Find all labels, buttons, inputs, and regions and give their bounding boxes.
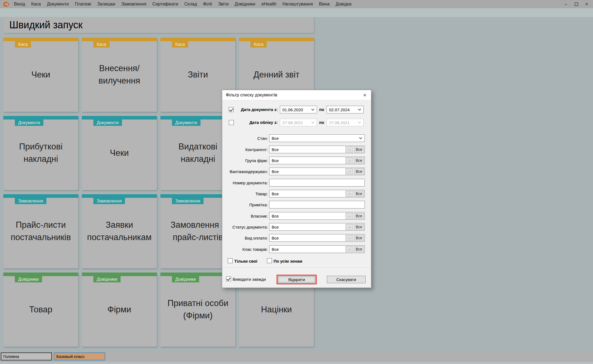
- field-grupa-firm-all-button[interactable]: Все: [354, 157, 364, 163]
- tile-label: Заявки постачальникам: [82, 194, 157, 268]
- always-show-checkbox[interactable]: [226, 276, 231, 281]
- field-prymitka: Примітка:: [222, 201, 371, 209]
- field-vyd-oplaty-input[interactable]: Все ··· Все: [269, 234, 365, 242]
- date-accounting-checkbox[interactable]: [229, 120, 234, 125]
- menu-item-nalashtuvannia[interactable]: Налаштування: [280, 2, 316, 7]
- field-tovar-all-button[interactable]: Все: [354, 191, 364, 197]
- field-vlasnyk-input[interactable]: Все ··· Все: [269, 212, 365, 220]
- field-tovar-browse-button[interactable]: ···: [346, 191, 353, 197]
- tile-label: Чеки: [82, 116, 157, 190]
- tile-zamovlennia-price-lysty-postachalnykiv[interactable]: Замовлення Прайс-листи постачальників: [3, 194, 78, 268]
- field-nomer-dokumenta-label: Номер документа:: [222, 180, 268, 185]
- tile-label: Товар: [3, 273, 78, 347]
- menu-item-platezhi[interactable]: Платежі: [72, 2, 94, 7]
- only-own-checkbox[interactable]: [228, 258, 233, 263]
- field-vyd-oplaty-browse-button[interactable]: ···: [346, 235, 353, 241]
- field-grupa-firm-input[interactable]: Все ··· Все: [269, 157, 365, 164]
- footer-separator: [222, 268, 371, 268]
- menu-item-filii[interactable]: Філії: [200, 2, 215, 7]
- tile-dovidnyky-firmy[interactable]: Довідники Фірми: [82, 273, 157, 347]
- field-kontragent-all-button[interactable]: Все: [354, 146, 364, 152]
- field-prymitka-input[interactable]: [269, 201, 365, 209]
- field-klas-tovariv-all-button[interactable]: Все: [354, 246, 364, 252]
- field-grupa-firm-browse-button[interactable]: ···: [346, 157, 353, 163]
- field-klas-tovariv-input[interactable]: Все ··· Все: [269, 245, 365, 253]
- tile-label: Прибуткові накладні: [3, 116, 78, 190]
- date-accounting-to[interactable]: 27.08.2021: [327, 119, 364, 126]
- restore-icon[interactable]: [572, 1, 581, 7]
- menu-item-dovidka[interactable]: Довідка: [333, 2, 355, 7]
- field-kontragent-input[interactable]: Все ··· Все: [269, 146, 365, 153]
- field-vantazhooderzhuvach-input[interactable]: Все ··· Все: [269, 168, 365, 175]
- menu-item-ehealth[interactable]: eHealth: [258, 2, 279, 7]
- field-nomer-dokumenta-input[interactable]: [269, 179, 365, 187]
- date-document-to[interactable]: 02.07.2024: [327, 106, 364, 113]
- chevron-down-icon: [359, 136, 362, 139]
- menu-item-vikna[interactable]: Вікна: [316, 2, 333, 7]
- chevron-down-icon: [358, 120, 361, 123]
- menu-item-dokumenty[interactable]: Документи: [44, 2, 72, 7]
- tile-label: Чеки: [3, 38, 78, 112]
- field-grupa-firm: Група фірм: Все ··· Все: [222, 157, 371, 164]
- field-vlasnyk-label: Власник:: [222, 214, 268, 218]
- options-row: Тільки свої По усім зонам: [222, 258, 371, 264]
- field-vlasnyk-all-button[interactable]: Все: [354, 213, 364, 219]
- menu-item-sklad[interactable]: Склад: [181, 2, 200, 7]
- date-accounting-to-label: по: [318, 120, 325, 125]
- menu-item-zvity[interactable]: Звіти: [215, 2, 232, 7]
- field-vlasnyk: Власник: Все ··· Все: [222, 212, 371, 220]
- tile-dokumenty-prybutkovi-nakladni[interactable]: Документи Прибуткові накладні: [3, 116, 78, 190]
- field-status-dokumenta: Статус документа: Все ··· Все: [222, 223, 371, 231]
- field-status-dokumenta-all-button[interactable]: Все: [354, 224, 364, 230]
- dialog-title: Фільтр списку документів: [226, 93, 277, 98]
- date-accounting-label: Дата обліку з:: [234, 120, 278, 125]
- minimize-icon[interactable]: –: [561, 1, 570, 7]
- field-klas-tovariv-browse-button[interactable]: ···: [346, 246, 353, 252]
- dialog-footer: Виводити завжди Відкрити Скасувати: [222, 274, 371, 285]
- cancel-button[interactable]: Скасувати: [327, 276, 366, 283]
- field-vyd-oplaty: Вид оплати: Все ··· Все: [222, 234, 371, 242]
- menu-item-zamovlennia[interactable]: Замовлення: [118, 2, 149, 7]
- tile-dovidnyky-tovar[interactable]: Довідники Товар: [3, 273, 78, 347]
- menu-item-dovidnyky[interactable]: Довідники: [232, 2, 258, 7]
- quick-launch-header: Швидкий запуск: [3, 17, 314, 33]
- toolbar-band: [0, 8, 593, 17]
- date-accounting-from[interactable]: 27.08.2021: [280, 119, 317, 126]
- field-status-dokumenta-browse-button[interactable]: ···: [346, 224, 353, 230]
- date-document-from[interactable]: 01.06.2020: [280, 106, 317, 113]
- close-icon[interactable]: ×: [582, 1, 591, 7]
- field-status-dokumenta-input[interactable]: Все ··· Все: [269, 223, 365, 231]
- tile-dokumenty-cheky[interactable]: Документи Чеки: [82, 116, 157, 190]
- field-vlasnyk-browse-button[interactable]: ···: [346, 213, 353, 219]
- date-document-row: Дата документа з: 01.06.2020 по 02.07.20…: [222, 106, 371, 113]
- field-vantazhooderzhuvach-browse-button[interactable]: ···: [346, 168, 353, 174]
- dialog-close-icon[interactable]: ×: [362, 92, 368, 98]
- field-vantazhooderzhuvach-all-button[interactable]: Все: [354, 168, 364, 174]
- field-tovar-input[interactable]: Все ··· Все: [269, 190, 365, 198]
- field-nomer-dokumenta: Номер документа:: [222, 179, 371, 187]
- tile-zamovlennia-zaiavky-postachalnykam[interactable]: Замовлення Заявки постачальникам: [82, 194, 157, 268]
- date-accounting-row: Дата обліку з: 27.08.2021 по 27.08.2021: [222, 119, 371, 126]
- date-document-to-label: по: [318, 107, 325, 112]
- tile-kasa-cheky[interactable]: Каса Чеки: [3, 38, 78, 112]
- tile-label: Внесення/вилучення: [82, 38, 157, 112]
- tab-holovna[interactable]: Головна: [1, 352, 52, 360]
- field-vyd-oplaty-label: Вид оплати:: [222, 236, 268, 240]
- open-button[interactable]: Відкрити: [278, 276, 316, 283]
- menu-item-zalyshky[interactable]: Залишки: [94, 2, 118, 7]
- field-stan-select[interactable]: Все: [269, 134, 365, 142]
- tab-bazovyi-klass[interactable]: Базовый класс: [54, 352, 105, 360]
- field-kontragent-browse-button[interactable]: ···: [346, 146, 353, 152]
- menu-item-sertyfikaty[interactable]: Сертифікати: [149, 2, 181, 7]
- only-own-label: Тільки свої: [234, 259, 257, 263]
- date-document-checkbox[interactable]: [229, 107, 234, 112]
- menu-item-kasa[interactable]: Каса: [28, 2, 44, 7]
- menu-item-vykhid[interactable]: Вихід: [11, 2, 28, 7]
- status-bar: Головна Базовый класс: [0, 351, 593, 362]
- tile-kasa-vnesennia-vyluchennia[interactable]: Каса Внесення/вилучення: [82, 38, 157, 112]
- field-vyd-oplaty-all-button[interactable]: Все: [354, 235, 364, 241]
- app-logo-icon[interactable]: [3, 2, 9, 7]
- all-zones-checkbox[interactable]: [267, 258, 272, 263]
- menu-bar: Вихід Каса Документи Платежі Залишки Зам…: [0, 0, 593, 8]
- field-vantazhooderzhuvach-label: Вантажоодержувач:: [222, 169, 268, 174]
